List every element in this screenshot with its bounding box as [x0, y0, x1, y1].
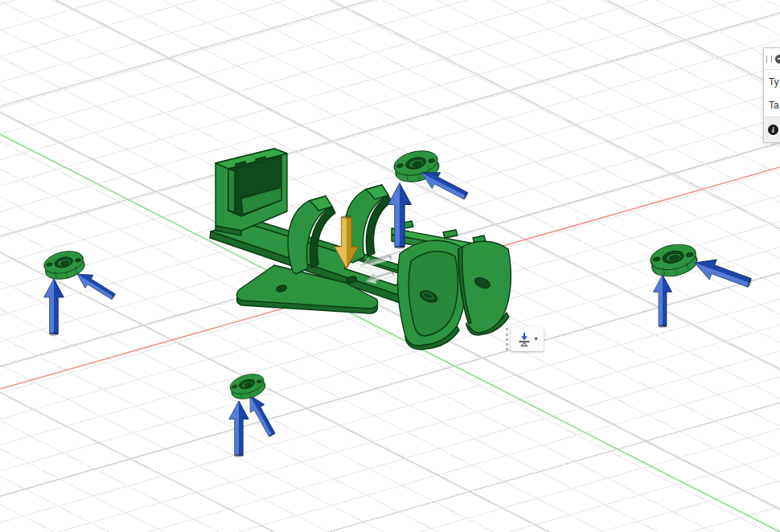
dialog-panel[interactable]: Ty Ta i: [763, 47, 780, 143]
rail-tab: [443, 230, 458, 238]
load-arrow-up-right[interactable]: [654, 275, 672, 328]
cad-viewport[interactable]: Ty Ta i ▾: [0, 0, 780, 532]
load-arrow-angled-left[interactable]: [73, 268, 118, 304]
dialog-header[interactable]: [764, 48, 780, 70]
load-arrow-up-left[interactable]: [44, 279, 64, 336]
load-arrow-up-bottom[interactable]: [229, 401, 248, 457]
dialog-footer: i: [764, 117, 780, 142]
minus-circle-icon[interactable]: [775, 55, 780, 63]
dialog-row-label: Ta: [769, 100, 779, 111]
origin-axes: [0, 134, 780, 532]
y-axis-line: [0, 134, 780, 532]
dropdown-caret-icon[interactable]: ▾: [534, 336, 537, 342]
fixed-constraint-icon: [516, 331, 532, 347]
toolbar-drag-handle-icon[interactable]: [506, 328, 508, 350]
flange-lug-right[interactable]: [648, 240, 700, 280]
flange-lug-bottom[interactable]: [228, 370, 267, 403]
load-arrow-angled-bottom[interactable]: [243, 391, 280, 440]
bracket-body[interactable]: [210, 149, 511, 350]
box-inner-wall: [228, 169, 235, 212]
mini-toolbar[interactable]: ▾: [506, 326, 544, 351]
model-scene: [0, 0, 780, 532]
dialog-row-type[interactable]: Ty: [764, 70, 780, 93]
load-arrow-angled-right[interactable]: [692, 253, 755, 293]
drag-grip-icon[interactable]: [766, 55, 772, 63]
dialog-row-target[interactable]: Ta: [764, 93, 780, 117]
dialog-row-label: Ty: [769, 76, 779, 88]
info-circle-icon[interactable]: i: [768, 125, 778, 135]
constraint-button[interactable]: ▾: [511, 326, 544, 351]
